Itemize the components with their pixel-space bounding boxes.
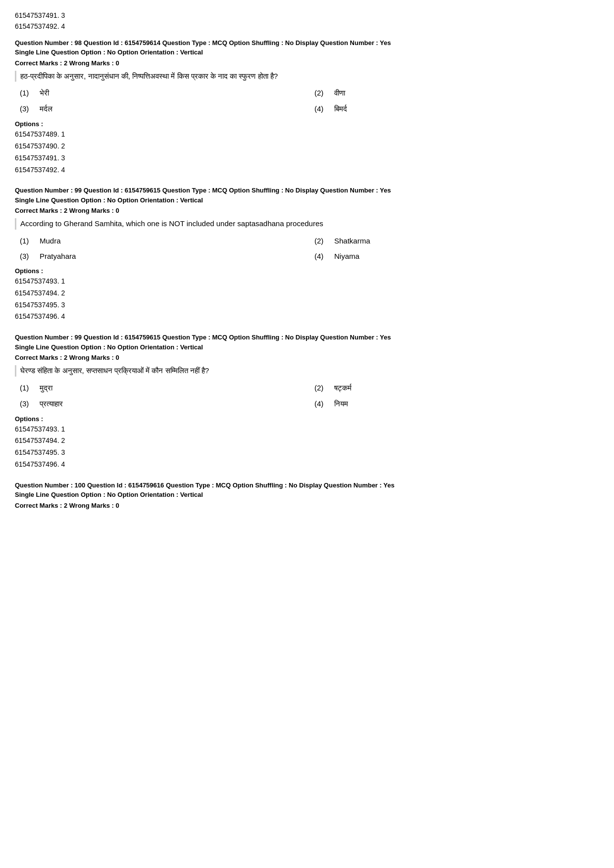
question-block-99-hi: Question Number : 99 Question Id : 61547… — [15, 333, 599, 471]
option-code-99hi-4: 61547537496. 4 — [15, 459, 599, 471]
question-block-98: Question Number : 98 Question Id : 61547… — [15, 38, 599, 176]
question-meta-99-hi: Question Number : 99 Question Id : 61547… — [15, 333, 599, 352]
question-block-100: Question Number : 100 Question Id : 6154… — [15, 481, 599, 509]
options-grid-98: (1) भेरी (2) वीणा (3) मर्दल (4) बिमर्द — [15, 87, 599, 115]
marks-99-en: Correct Marks : 2 Wrong Marks : 0 — [15, 207, 599, 214]
option-code-98-1: 61547537489. 1 — [15, 129, 599, 141]
option-99en-4: (4) Niyama — [314, 250, 599, 262]
option-code-99en-1: 61547537493. 1 — [15, 276, 599, 288]
option-98-4: (4) बिमर्द — [314, 102, 599, 115]
option-99en-2: (2) Shatkarma — [314, 235, 599, 247]
options-label-99-en: Options : — [15, 267, 599, 275]
options-grid-99-en: (1) Mudra (2) Shatkarma (3) Pratyahara (… — [15, 235, 599, 262]
question-block-99-en: Question Number : 99 Question Id : 61547… — [15, 186, 599, 323]
option-code-99hi-2: 61547537494. 2 — [15, 435, 599, 447]
option-98-1: (1) भेरी — [20, 87, 305, 99]
options-grid-99-hi: (1) मुद्रा (2) षट्कर्म (3) प्रत्याहार (4… — [15, 382, 599, 410]
option-98-3: (3) मर्दल — [20, 102, 305, 115]
question-meta-98: Question Number : 98 Question Id : 61547… — [15, 38, 599, 57]
top-codes: 61547537491. 3 61547537492. 4 — [15, 10, 599, 32]
question-text-99-en: According to Gherand Samhita, which one … — [15, 218, 599, 230]
option-99hi-1: (1) मुद्रा — [20, 382, 305, 394]
question-meta-99-en: Question Number : 99 Question Id : 61547… — [15, 186, 599, 205]
option-code-99en-3: 61547537495. 3 — [15, 299, 599, 311]
option-code-98-2: 61547537490. 2 — [15, 141, 599, 152]
option-99hi-2: (2) षट्कर्म — [314, 382, 599, 394]
option-99en-1: (1) Mudra — [20, 235, 305, 247]
question-text-98: हठ-प्रदीपिका के अनुसार, नादानुसंधान की, … — [15, 71, 599, 82]
marks-100: Correct Marks : 2 Wrong Marks : 0 — [15, 502, 599, 509]
option-code-99en-2: 61547537494. 2 — [15, 288, 599, 299]
question-meta-100: Question Number : 100 Question Id : 6154… — [15, 481, 599, 500]
option-99en-3: (3) Pratyahara — [20, 250, 305, 262]
top-code-2: 61547537492. 4 — [15, 21, 599, 32]
option-98-2: (2) वीणा — [314, 87, 599, 99]
option-code-99hi-3: 61547537495. 3 — [15, 447, 599, 459]
options-label-98: Options : — [15, 120, 599, 128]
top-code-1: 61547537491. 3 — [15, 10, 599, 21]
option-99hi-3: (3) प्रत्याहार — [20, 397, 305, 410]
option-99hi-4: (4) नियम — [314, 397, 599, 410]
option-code-98-4: 61547537492. 4 — [15, 164, 599, 176]
options-label-99-hi: Options : — [15, 415, 599, 423]
marks-98: Correct Marks : 2 Wrong Marks : 0 — [15, 59, 599, 67]
question-text-99-hi: घेरण्ड संहिता के अनुसार, सप्तसाधन प्रक्र… — [15, 365, 599, 377]
option-code-99hi-1: 61547537493. 1 — [15, 424, 599, 435]
option-code-99en-4: 61547537496. 4 — [15, 311, 599, 323]
option-code-98-3: 61547537491. 3 — [15, 152, 599, 164]
marks-99-hi: Correct Marks : 2 Wrong Marks : 0 — [15, 354, 599, 361]
